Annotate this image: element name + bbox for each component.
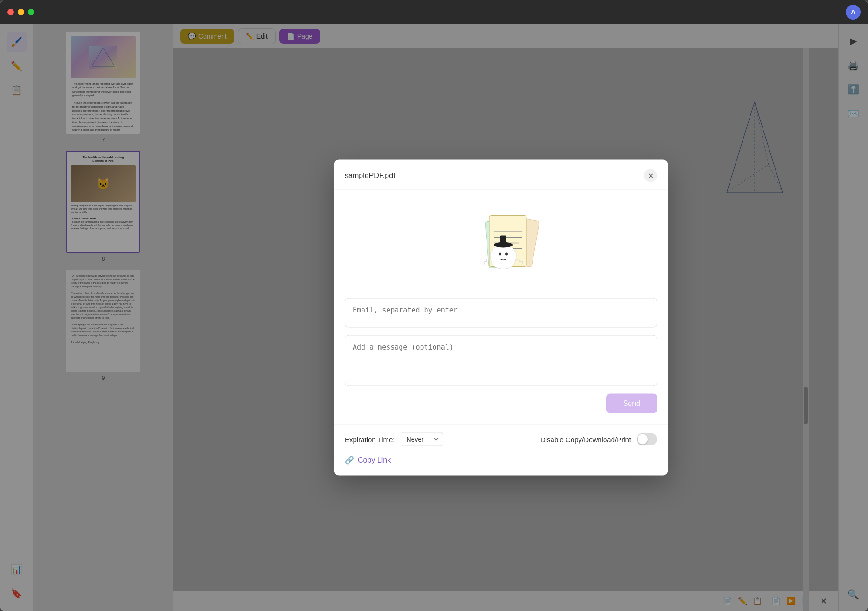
- send-row: Send: [345, 394, 657, 413]
- svg-point-21: [505, 253, 508, 256]
- titlebar: A: [0, 0, 868, 24]
- modal-body: Send: [334, 190, 668, 425]
- toggle-thumb: [638, 434, 648, 445]
- maximize-window-button[interactable]: [28, 9, 34, 15]
- copy-link-label: Copy Link: [358, 456, 391, 464]
- modal-title: samplePDF.pdf: [345, 172, 395, 180]
- disable-toggle[interactable]: [637, 433, 657, 445]
- send-button[interactable]: Send: [606, 394, 657, 413]
- modal-close-button[interactable]: ✕: [644, 169, 657, 182]
- copy-link-row: 🔗 Copy Link: [345, 454, 657, 466]
- copy-link-button[interactable]: 🔗 Copy Link: [345, 454, 391, 466]
- expiration-label: Expiration Time:: [345, 435, 395, 443]
- minimize-window-button[interactable]: [18, 9, 24, 15]
- email-input[interactable]: [345, 298, 657, 328]
- expiration-row: Expiration Time: Never 1 day 7 days 30 d…: [345, 432, 657, 446]
- share-modal: samplePDF.pdf ✕: [334, 160, 668, 476]
- message-input[interactable]: [345, 335, 657, 386]
- close-window-button[interactable]: [7, 9, 14, 15]
- avatar: A: [846, 5, 861, 20]
- app-window: A 🖌️ ✏️ 📋 📊 🔖: [0, 0, 868, 611]
- disable-label: Disable Copy/Download/Print: [540, 435, 631, 443]
- link-icon: 🔗: [345, 456, 354, 465]
- modal-header: samplePDF.pdf ✕: [334, 160, 668, 190]
- close-icon: ✕: [648, 171, 654, 180]
- illustration-area: [345, 201, 657, 291]
- expiration-select[interactable]: Never 1 day 7 days 30 days: [401, 432, 443, 446]
- modal-overlay: samplePDF.pdf ✕: [0, 24, 868, 611]
- svg-point-20: [499, 253, 501, 256]
- send-label: Send: [623, 399, 640, 407]
- main-content: 🖌️ ✏️ 📋 📊 🔖: [0, 24, 868, 611]
- ghost-svg: [454, 209, 547, 283]
- modal-footer: Expiration Time: Never 1 day 7 days 30 d…: [334, 425, 668, 476]
- svg-rect-19: [500, 236, 506, 246]
